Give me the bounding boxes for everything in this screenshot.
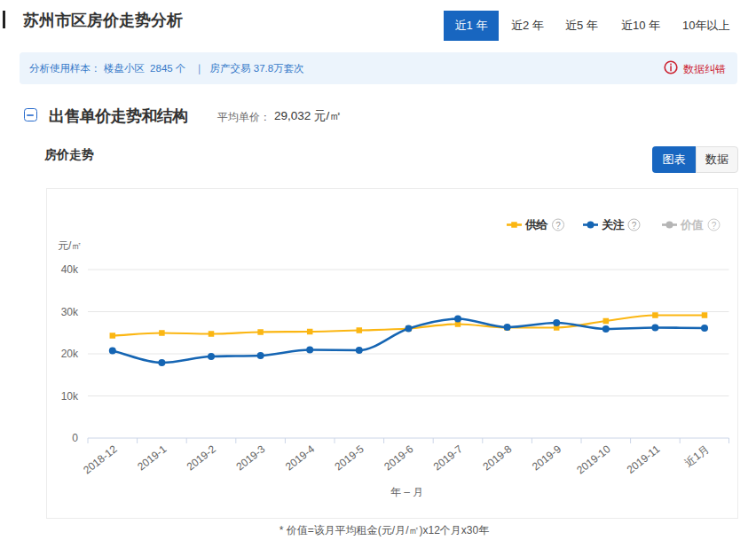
svg-text:2019-6: 2019-6 <box>382 442 415 473</box>
svg-text:2019-10: 2019-10 <box>574 442 613 476</box>
svg-text:2019-4: 2019-4 <box>283 442 317 473</box>
svg-text:关注: 关注 <box>601 218 626 231</box>
svg-text:?: ? <box>555 221 561 231</box>
svg-text:供给: 供给 <box>524 218 549 231</box>
svg-text:0: 0 <box>72 432 78 444</box>
svg-text:?: ? <box>712 221 717 231</box>
svg-text:2019-2: 2019-2 <box>185 442 218 473</box>
svg-text:2019-1: 2019-1 <box>135 442 169 473</box>
svg-text:2019-3: 2019-3 <box>233 442 267 473</box>
svg-text:2019-8: 2019-8 <box>480 442 514 473</box>
svg-text:2019-5: 2019-5 <box>333 442 366 473</box>
svg-text:2019-11: 2019-11 <box>625 442 663 476</box>
svg-text:40k: 40k <box>61 263 79 276</box>
svg-text:2018-12: 2018-12 <box>81 442 120 476</box>
svg-text:近1月: 近1月 <box>682 442 712 469</box>
svg-text:元/㎡: 元/㎡ <box>58 239 82 252</box>
svg-text:2019-7: 2019-7 <box>431 442 465 473</box>
svg-text:20k: 20k <box>61 348 79 360</box>
svg-text:价值: 价值 <box>680 218 704 231</box>
svg-text:年 – 月: 年 – 月 <box>390 486 423 498</box>
svg-text:?: ? <box>632 221 637 231</box>
svg-text:10k: 10k <box>61 390 79 403</box>
svg-text:2019-9: 2019-9 <box>530 442 563 473</box>
svg-text:30k: 30k <box>61 306 79 318</box>
